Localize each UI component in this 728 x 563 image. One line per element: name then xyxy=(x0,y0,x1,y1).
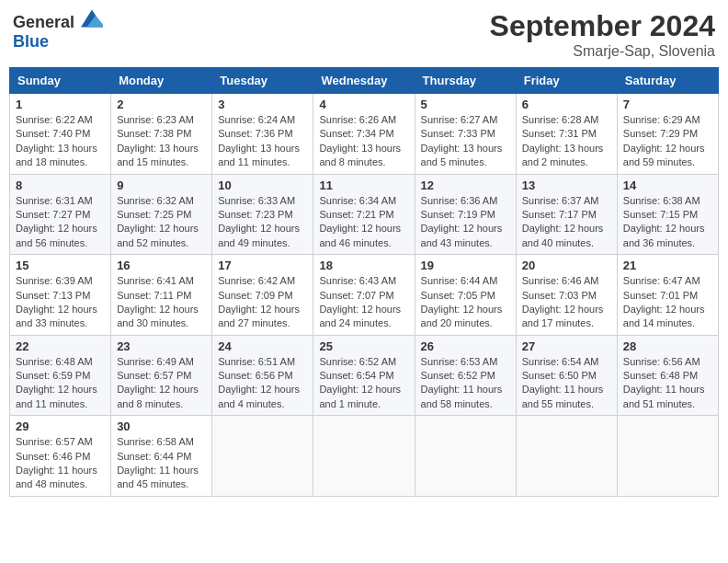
day-number: 24 xyxy=(218,339,307,353)
calendar-cell: 5Sunrise: 6:27 AMSunset: 7:33 PMDaylight… xyxy=(415,94,516,175)
calendar-cell: 23Sunrise: 6:49 AMSunset: 6:57 PMDayligh… xyxy=(111,335,212,416)
calendar-week-3: 15Sunrise: 6:39 AMSunset: 7:13 PMDayligh… xyxy=(10,255,719,336)
calendar-cell: 28Sunrise: 6:56 AMSunset: 6:48 PMDayligh… xyxy=(617,335,718,416)
calendar-week-5: 29Sunrise: 6:57 AMSunset: 6:46 PMDayligh… xyxy=(10,416,719,497)
day-info: Sunrise: 6:52 AMSunset: 6:54 PMDaylight:… xyxy=(319,355,408,412)
day-info: Sunrise: 6:37 AMSunset: 7:17 PMDaylight:… xyxy=(522,194,611,251)
calendar-cell xyxy=(617,416,718,497)
calendar-cell: 2Sunrise: 6:23 AMSunset: 7:38 PMDaylight… xyxy=(111,94,212,175)
calendar-cell: 1Sunrise: 6:22 AMSunset: 7:40 PMDaylight… xyxy=(10,94,111,175)
logo-general: General xyxy=(13,13,74,31)
logo-text: General Blue xyxy=(13,9,103,52)
day-info: Sunrise: 6:56 AMSunset: 6:48 PMDaylight:… xyxy=(623,355,712,412)
day-number: 11 xyxy=(319,178,408,192)
day-number: 17 xyxy=(218,259,307,272)
calendar-week-4: 22Sunrise: 6:48 AMSunset: 6:59 PMDayligh… xyxy=(10,335,719,416)
day-info: Sunrise: 6:54 AMSunset: 6:50 PMDaylight:… xyxy=(522,355,611,412)
calendar-cell: 10Sunrise: 6:33 AMSunset: 7:23 PMDayligh… xyxy=(212,174,313,255)
day-info: Sunrise: 6:51 AMSunset: 6:56 PMDaylight:… xyxy=(218,355,307,412)
calendar-cell: 22Sunrise: 6:48 AMSunset: 6:59 PMDayligh… xyxy=(10,335,111,416)
calendar-cell: 4Sunrise: 6:26 AMSunset: 7:34 PMDaylight… xyxy=(313,94,415,175)
calendar-cell: 18Sunrise: 6:43 AMSunset: 7:07 PMDayligh… xyxy=(313,255,415,336)
day-of-week-tuesday: Tuesday xyxy=(212,68,313,94)
calendar-cell xyxy=(313,416,415,497)
day-number: 14 xyxy=(623,178,712,192)
page-header: General Blue September 2024 Smarje-Sap, … xyxy=(9,9,719,60)
calendar-cell: 26Sunrise: 6:53 AMSunset: 6:52 PMDayligh… xyxy=(415,335,516,416)
title-area: September 2024 Smarje-Sap, Slovenia xyxy=(490,9,715,60)
calendar-cell: 12Sunrise: 6:36 AMSunset: 7:19 PMDayligh… xyxy=(415,174,516,255)
day-info: Sunrise: 6:22 AMSunset: 7:40 PMDaylight:… xyxy=(16,113,105,170)
calendar-cell xyxy=(212,416,313,497)
calendar-cell: 15Sunrise: 6:39 AMSunset: 7:13 PMDayligh… xyxy=(10,255,111,336)
day-number: 13 xyxy=(522,178,611,192)
day-number: 20 xyxy=(522,259,611,272)
day-info: Sunrise: 6:47 AMSunset: 7:01 PMDaylight:… xyxy=(623,274,712,331)
day-number: 21 xyxy=(623,259,712,272)
calendar-cell: 13Sunrise: 6:37 AMSunset: 7:17 PMDayligh… xyxy=(516,174,617,255)
day-number: 28 xyxy=(623,339,712,353)
day-of-week-wednesday: Wednesday xyxy=(313,68,415,94)
day-of-week-thursday: Thursday xyxy=(415,68,516,94)
calendar-cell xyxy=(516,416,617,497)
logo: General Blue xyxy=(13,9,103,52)
day-number: 18 xyxy=(319,259,408,272)
calendar-cell: 20Sunrise: 6:46 AMSunset: 7:03 PMDayligh… xyxy=(516,255,617,336)
day-info: Sunrise: 6:36 AMSunset: 7:19 PMDaylight:… xyxy=(421,194,510,251)
day-info: Sunrise: 6:42 AMSunset: 7:09 PMDaylight:… xyxy=(218,274,307,331)
day-info: Sunrise: 6:44 AMSunset: 7:05 PMDaylight:… xyxy=(421,274,510,331)
calendar-cell: 21Sunrise: 6:47 AMSunset: 7:01 PMDayligh… xyxy=(617,255,718,336)
day-info: Sunrise: 6:27 AMSunset: 7:33 PMDaylight:… xyxy=(421,113,510,170)
day-info: Sunrise: 6:26 AMSunset: 7:34 PMDaylight:… xyxy=(319,113,408,170)
location: Smarje-Sap, Slovenia xyxy=(490,43,715,60)
day-number: 7 xyxy=(623,98,712,111)
logo-blue: Blue xyxy=(13,32,49,51)
day-info: Sunrise: 6:31 AMSunset: 7:27 PMDaylight:… xyxy=(16,194,105,251)
day-number: 6 xyxy=(522,98,611,111)
day-number: 27 xyxy=(522,339,611,353)
day-info: Sunrise: 6:28 AMSunset: 7:31 PMDaylight:… xyxy=(522,113,611,170)
day-number: 4 xyxy=(319,98,408,111)
day-number: 23 xyxy=(117,339,206,353)
day-number: 9 xyxy=(117,178,206,192)
calendar-cell: 29Sunrise: 6:57 AMSunset: 6:46 PMDayligh… xyxy=(10,416,111,497)
day-info: Sunrise: 6:29 AMSunset: 7:29 PMDaylight:… xyxy=(623,113,712,170)
calendar-cell: 16Sunrise: 6:41 AMSunset: 7:11 PMDayligh… xyxy=(111,255,212,336)
day-number: 1 xyxy=(16,98,105,111)
day-number: 26 xyxy=(421,339,510,353)
day-info: Sunrise: 6:46 AMSunset: 7:03 PMDaylight:… xyxy=(522,274,611,331)
day-of-week-sunday: Sunday xyxy=(10,68,111,94)
calendar-table: SundayMondayTuesdayWednesdayThursdayFrid… xyxy=(9,67,719,497)
day-of-week-saturday: Saturday xyxy=(617,68,718,94)
calendar-cell xyxy=(415,416,516,497)
calendar-cell: 7Sunrise: 6:29 AMSunset: 7:29 PMDaylight… xyxy=(617,94,718,175)
calendar-cell: 9Sunrise: 6:32 AMSunset: 7:25 PMDaylight… xyxy=(111,174,212,255)
day-number: 5 xyxy=(421,98,510,111)
day-number: 12 xyxy=(421,178,510,192)
day-number: 30 xyxy=(117,419,206,433)
day-number: 8 xyxy=(16,178,105,192)
month-title: September 2024 xyxy=(490,9,715,43)
calendar-cell: 27Sunrise: 6:54 AMSunset: 6:50 PMDayligh… xyxy=(516,335,617,416)
calendar-cell: 14Sunrise: 6:38 AMSunset: 7:15 PMDayligh… xyxy=(617,174,718,255)
calendar-cell: 30Sunrise: 6:58 AMSunset: 6:44 PMDayligh… xyxy=(111,416,212,497)
day-info: Sunrise: 6:41 AMSunset: 7:11 PMDaylight:… xyxy=(117,274,206,331)
day-of-week-monday: Monday xyxy=(111,68,212,94)
day-info: Sunrise: 6:32 AMSunset: 7:25 PMDaylight:… xyxy=(117,194,206,251)
day-info: Sunrise: 6:39 AMSunset: 7:13 PMDaylight:… xyxy=(16,274,105,331)
calendar-cell: 8Sunrise: 6:31 AMSunset: 7:27 PMDaylight… xyxy=(10,174,111,255)
calendar-cell: 6Sunrise: 6:28 AMSunset: 7:31 PMDaylight… xyxy=(516,94,617,175)
day-info: Sunrise: 6:43 AMSunset: 7:07 PMDaylight:… xyxy=(319,274,408,331)
day-info: Sunrise: 6:57 AMSunset: 6:46 PMDaylight:… xyxy=(16,435,105,492)
logo-icon xyxy=(81,9,103,28)
day-number: 22 xyxy=(16,339,105,353)
day-info: Sunrise: 6:33 AMSunset: 7:23 PMDaylight:… xyxy=(218,194,307,251)
calendar-cell: 17Sunrise: 6:42 AMSunset: 7:09 PMDayligh… xyxy=(212,255,313,336)
calendar-week-2: 8Sunrise: 6:31 AMSunset: 7:27 PMDaylight… xyxy=(10,174,719,255)
day-number: 29 xyxy=(16,419,105,433)
day-info: Sunrise: 6:58 AMSunset: 6:44 PMDaylight:… xyxy=(117,435,206,492)
calendar-cell: 25Sunrise: 6:52 AMSunset: 6:54 PMDayligh… xyxy=(313,335,415,416)
calendar-cell: 11Sunrise: 6:34 AMSunset: 7:21 PMDayligh… xyxy=(313,174,415,255)
day-number: 19 xyxy=(421,259,510,272)
day-number: 15 xyxy=(16,259,105,272)
